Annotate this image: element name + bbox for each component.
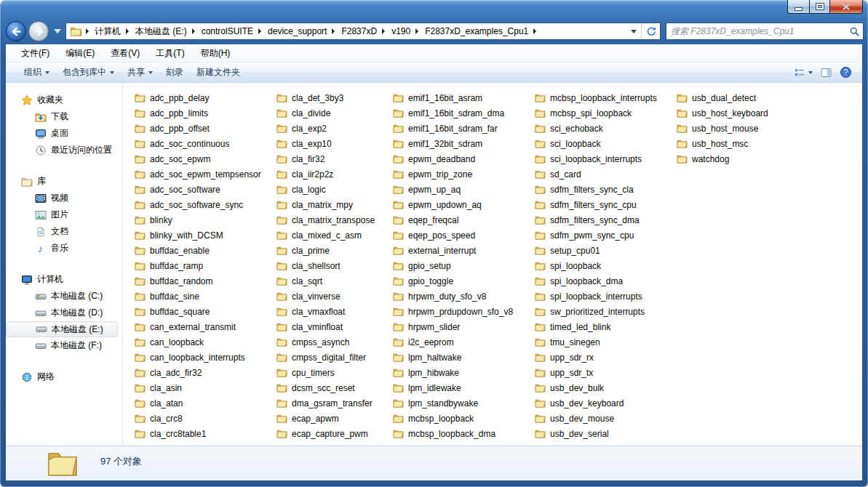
sidebar-item-computer[interactable]: 计算机 [6, 271, 122, 288]
folder-item[interactable]: sci_loopback [535, 136, 657, 151]
folder-item[interactable]: usb_dev_serial [535, 426, 657, 441]
folder-item[interactable]: sdfm_filters_sync_dma [535, 212, 657, 228]
sidebar-item-videos[interactable]: 视频 [6, 190, 122, 206]
breadcrumb-item[interactable]: device_support [264, 23, 338, 39]
folder-item[interactable]: buffdac_sine [135, 289, 261, 304]
folder-item[interactable]: mcbsp_loopback_dma [393, 426, 513, 441]
folder-item[interactable]: emif1_16bit_sdram_dma [393, 105, 513, 121]
sidebar-item-network[interactable]: 网络 [6, 369, 122, 385]
folder-item[interactable]: cla_vinverse [276, 289, 375, 304]
address-dropdown-button[interactable] [626, 23, 641, 39]
breadcrumb-item[interactable]: F2837xD_examples_Cpu1 [421, 23, 539, 39]
close-button[interactable] [829, 0, 863, 14]
folder-item[interactable]: epwm_up_aq [393, 182, 513, 197]
folder-item[interactable]: lpm_haltwake [393, 350, 513, 365]
new-folder-button[interactable]: 新建文件夹 [190, 65, 247, 81]
folder-item[interactable]: can_loopback_interrupts [135, 350, 261, 365]
folder-item[interactable]: sw_prioritized_interrupts [535, 304, 657, 319]
search-box[interactable] [666, 23, 864, 40]
folder-item[interactable]: lpm_hibwake [393, 365, 513, 380]
menu-item[interactable]: 编辑(E) [57, 44, 103, 62]
folder-item[interactable]: emif1_16bit_asram [393, 90, 513, 105]
folder-item[interactable]: setup_cpu01 [535, 243, 657, 258]
folder-item[interactable]: sci_echoback [535, 121, 657, 136]
maximize-button[interactable] [809, 0, 829, 14]
folder-item[interactable]: buffdac_enable [135, 243, 261, 258]
folder-item[interactable]: dcsm_scc_reset [276, 380, 375, 395]
folder-item[interactable]: cla_adc_fir32 [135, 365, 261, 380]
folder-item[interactable]: cmpss_digital_filter [276, 350, 375, 365]
sidebar-item-downloads[interactable]: 下载 [6, 108, 122, 125]
folder-item[interactable]: adc_soc_software [135, 182, 261, 197]
folder-item[interactable]: ecap_apwm [276, 411, 375, 426]
folder-item[interactable]: hrpwm_slider [393, 319, 513, 334]
folder-item[interactable]: cla_exp2 [276, 121, 375, 136]
folder-item[interactable]: spi_loopback_interrupts [535, 289, 657, 304]
include-in-library-button[interactable]: 包含到库中 [56, 65, 121, 81]
folder-item[interactable]: usb_dev_mouse [535, 411, 657, 426]
help-button[interactable]: ? [840, 66, 852, 79]
folder-item[interactable]: emif1_16bit_sdram_far [393, 121, 513, 136]
folder-item[interactable]: watchdog [677, 151, 768, 166]
sidebar-item-libraries[interactable]: 库 [6, 173, 122, 190]
folder-item[interactable]: adc_soc_epwm_tempsensor [135, 166, 261, 182]
folder-item[interactable]: cla_vmaxfloat [276, 304, 375, 319]
folder-item[interactable]: mcbsp_loopback_interrupts [535, 90, 657, 105]
folder-item[interactable]: emif1_32bit_sdram [393, 136, 513, 151]
folder-item[interactable]: usb_host_msc [677, 136, 768, 151]
sidebar-item-recent-places[interactable]: 最近访问的位置 [6, 142, 122, 158]
folder-item[interactable]: cla_shellsort [276, 258, 375, 273]
folder-item[interactable]: buffdac_square [135, 304, 261, 319]
folder-item[interactable]: timed_led_blink [535, 319, 657, 334]
folder-item[interactable]: epwm_updown_aq [393, 197, 513, 212]
recent-pages-chevron-icon[interactable] [54, 29, 61, 33]
folder-item[interactable]: cpu_timers [276, 365, 375, 380]
folder-item[interactable]: cla_crc8table1 [135, 426, 261, 441]
folder-item[interactable]: sci_loopback_interrupts [535, 151, 657, 166]
folder-item[interactable]: cla_sqrt [276, 273, 375, 289]
address-bar[interactable]: 计算机 本地磁盘 (E:) controlSUITE devic [65, 23, 661, 40]
breadcrumb-item[interactable]: 本地磁盘 (E:) [132, 23, 198, 39]
folder-item[interactable]: upp_sdr_rx [535, 350, 657, 365]
folder-item[interactable]: epwm_deadband [393, 151, 513, 166]
folder-item[interactable]: cla_fir32 [276, 151, 375, 166]
folder-item[interactable]: buffdac_ramp [135, 258, 261, 273]
sidebar-item-desktop[interactable]: 桌面 [6, 125, 122, 142]
folder-item[interactable]: dma_gsram_transfer [276, 395, 375, 411]
folder-item[interactable]: cla_asin [135, 380, 261, 395]
folder-item[interactable]: cla_divide [276, 105, 375, 121]
folder-item[interactable]: mcbsp_loopback [393, 411, 513, 426]
sidebar-item-music[interactable]: ♪ 音乐 [6, 240, 122, 257]
sidebar-item-local-disk-d[interactable]: 本地磁盘 (D:) [6, 305, 122, 321]
breadcrumb-item[interactable]: 计算机 [91, 23, 132, 39]
forward-button[interactable] [28, 21, 49, 41]
change-view-button[interactable] [794, 67, 813, 79]
folder-item[interactable]: cla_exp10 [276, 136, 375, 151]
breadcrumb-item[interactable]: v190 [388, 23, 421, 39]
sidebar-item-pictures[interactable]: 图片 [6, 206, 122, 223]
folder-item[interactable]: usb_host_mouse [677, 121, 768, 136]
folder-item[interactable]: usb_dev_bulk [535, 380, 657, 395]
folder-item[interactable]: adc_ppb_limits [135, 105, 261, 121]
preview-pane-button[interactable] [820, 67, 832, 79]
folder-item[interactable]: upp_sdr_tx [535, 365, 657, 380]
folder-item[interactable]: cmpss_asynch [276, 334, 375, 350]
folder-item[interactable]: external_interrupt [393, 243, 513, 258]
folder-item[interactable]: ecap_capture_pwm [276, 426, 375, 441]
breadcrumb-item[interactable]: controlSUITE [198, 23, 264, 39]
folder-item[interactable]: adc_soc_continuous [135, 136, 261, 151]
folder-item[interactable]: cla_iir2p2z [276, 166, 375, 182]
sidebar-item-local-disk-f[interactable]: 本地磁盘 (F:) [6, 337, 122, 354]
folder-item[interactable]: cla_prime [276, 243, 375, 258]
folder-item[interactable]: cla_vminfloat [276, 319, 375, 334]
folder-item[interactable]: can_loopback [135, 334, 261, 350]
folder-item[interactable]: gpio_toggle [393, 273, 513, 289]
back-button[interactable] [6, 21, 26, 41]
folder-item[interactable]: sd_card [535, 166, 657, 182]
folder-item[interactable]: cla_logic [276, 182, 375, 197]
folder-item[interactable]: usb_dual_detect [677, 90, 768, 105]
folder-item[interactable]: lpm_idlewake [393, 380, 513, 395]
folder-item[interactable]: blinky [135, 212, 261, 228]
folder-item[interactable]: can_external_transmit [135, 319, 261, 334]
folder-item[interactable]: buffdac_random [135, 273, 261, 289]
